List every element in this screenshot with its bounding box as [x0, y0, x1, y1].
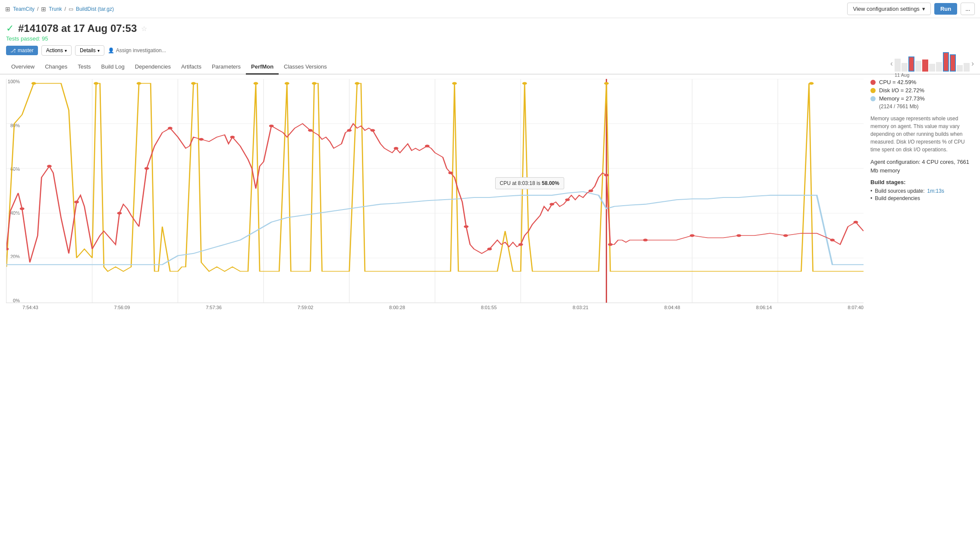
tab-parameters[interactable]: Parameters — [207, 60, 246, 75]
assign-label: Assign investigation... — [116, 47, 166, 53]
svg-point-41 — [690, 234, 694, 237]
svg-point-24 — [230, 136, 235, 138]
svg-point-21 — [144, 167, 149, 169]
svg-point-50 — [254, 82, 258, 85]
build-stages: Build stages: • Build sources update: 1m… — [870, 179, 974, 201]
build-actions-row: ⎇ master Actions ▾ Details ▾ 👤 Assign in… — [6, 45, 974, 56]
svg-point-51 — [285, 82, 289, 85]
svg-point-53 — [355, 82, 359, 85]
chevron-down-icon: ▾ — [922, 6, 925, 12]
legend-disk: Disk I/O = 22.72% — [870, 87, 974, 94]
svg-point-30 — [425, 145, 430, 147]
tab-perfmon[interactable]: PerfMon — [246, 60, 279, 75]
breadcrumb-sep1: / — [37, 6, 38, 12]
view-config-button[interactable]: View configuration settings ▾ — [847, 3, 930, 15]
svg-point-40 — [643, 239, 648, 241]
tab-changes[interactable]: Changes — [40, 60, 72, 75]
svg-point-54 — [452, 82, 457, 85]
svg-point-27 — [347, 129, 352, 132]
svg-point-57 — [809, 82, 814, 85]
svg-point-43 — [783, 234, 788, 237]
svg-point-45 — [854, 221, 858, 223]
breadcrumb-builddist[interactable]: BuildDist (tar.gz) — [76, 6, 114, 12]
tab-tests[interactable]: Tests — [72, 60, 96, 75]
svg-point-37 — [588, 189, 593, 192]
svg-point-16 — [6, 247, 9, 250]
branch-label: master — [18, 47, 34, 53]
branch-button[interactable]: ⎇ master — [6, 46, 38, 55]
tests-passed: Tests passed: 95 — [6, 35, 974, 42]
memory-detail: (2124 / 7661 Mb) — [879, 103, 974, 110]
mini-chart-prev[interactable]: ‹ — [890, 59, 893, 68]
tab-classversions[interactable]: Classes Versions — [279, 60, 332, 75]
memory-dot — [870, 96, 876, 101]
svg-point-48 — [137, 82, 141, 85]
svg-point-29 — [394, 147, 399, 150]
actions-button[interactable]: Actions ▾ — [41, 45, 72, 56]
grid-icon2: ⊞ — [41, 6, 46, 13]
details-button[interactable]: Details ▾ — [75, 45, 104, 56]
view-config-label: View configuration settings — [853, 6, 919, 12]
svg-point-49 — [191, 82, 196, 85]
svg-point-25 — [269, 125, 274, 127]
svg-point-36 — [565, 198, 570, 201]
svg-point-42 — [737, 234, 741, 237]
sidebar: CPU = 42.59% Disk I/O = 22.72% Memory = … — [870, 79, 974, 529]
svg-point-28 — [371, 129, 375, 132]
stages-title: Build stages: — [870, 179, 974, 185]
svg-point-46 — [31, 82, 36, 85]
svg-point-44 — [830, 239, 835, 241]
svg-point-31 — [448, 172, 453, 174]
breadcrumb-trunk[interactable]: Trunk — [49, 6, 62, 12]
sidebar-description: Memory usage represents whole used memor… — [870, 115, 974, 153]
svg-point-17 — [20, 207, 25, 210]
svg-point-47 — [94, 82, 98, 85]
svg-point-55 — [522, 82, 527, 85]
svg-point-26 — [308, 129, 313, 132]
build-header: ✓ #141078 at 17 Aug 07:53 ☆ Tests passed… — [0, 18, 980, 58]
build-icon: ▭ — [69, 6, 73, 12]
svg-point-56 — [604, 82, 609, 85]
stage-link-1[interactable]: 1m:13s — [927, 188, 944, 194]
memory-label: Memory = 27.73% — [879, 95, 925, 102]
disk-label: Disk I/O = 22.72% — [879, 87, 924, 94]
svg-point-39 — [608, 243, 613, 246]
svg-point-33 — [487, 247, 492, 250]
assign-investigation-button[interactable]: 👤 Assign investigation... — [108, 47, 166, 53]
svg-point-32 — [464, 225, 468, 228]
x-axis-labels: 7:54:43 7:56:09 7:57:36 7:59:02 8:00:28 … — [6, 303, 864, 310]
mini-history-chart: ‹ 11 Aug › — [890, 49, 974, 78]
star-icon[interactable]: ☆ — [141, 25, 147, 33]
disk-dot — [870, 88, 876, 93]
run-button[interactable]: Run — [934, 3, 957, 15]
mini-chart-date: 11 Aug — [895, 72, 909, 78]
top-bar-actions: View configuration settings ▾ Run ... — [847, 3, 975, 15]
legend-cpu: CPU = 42.59% — [870, 79, 974, 85]
vcs-icon: ⎇ — [10, 48, 16, 53]
tab-buildlog[interactable]: Build Log — [96, 60, 130, 75]
cpu-dot — [870, 80, 876, 85]
tab-dependencies[interactable]: Dependencies — [130, 60, 176, 75]
stage-item-2: • Build dependencies — [870, 195, 974, 201]
svg-point-23 — [199, 138, 204, 141]
svg-point-19 — [74, 200, 79, 203]
breadcrumb-teamcity[interactable]: TeamCity — [13, 6, 35, 12]
legend: CPU = 42.59% Disk I/O = 22.72% Memory = … — [870, 79, 974, 110]
mini-chart-next[interactable]: › — [971, 59, 974, 68]
breadcrumb-sep2: / — [65, 6, 66, 12]
top-bar: ⊞ TeamCity / ⊞ Trunk / ▭ BuildDist (tar.… — [0, 0, 980, 18]
more-options-button[interactable]: ... — [961, 3, 975, 15]
legend-memory: Memory = 27.73% — [870, 95, 974, 102]
breadcrumb: ⊞ TeamCity / ⊞ Trunk / ▭ BuildDist (tar.… — [5, 6, 847, 13]
svg-point-20 — [117, 212, 122, 214]
perfmon-chart-svg — [6, 79, 864, 303]
tab-artifacts[interactable]: Artifacts — [176, 60, 207, 75]
build-title: ✓ #141078 at 17 Aug 07:53 ☆ — [6, 22, 974, 34]
main-content: 100% 80% 60% 40% 20% 0% — [0, 75, 980, 533]
cpu-label: CPU = 42.59% — [879, 79, 916, 85]
tab-overview[interactable]: Overview — [6, 60, 40, 75]
build-status-icon: ✓ — [6, 23, 14, 34]
svg-point-52 — [312, 82, 317, 85]
svg-point-38 — [604, 174, 609, 176]
build-number-title: #141078 at 17 Aug 07:53 — [18, 22, 137, 34]
